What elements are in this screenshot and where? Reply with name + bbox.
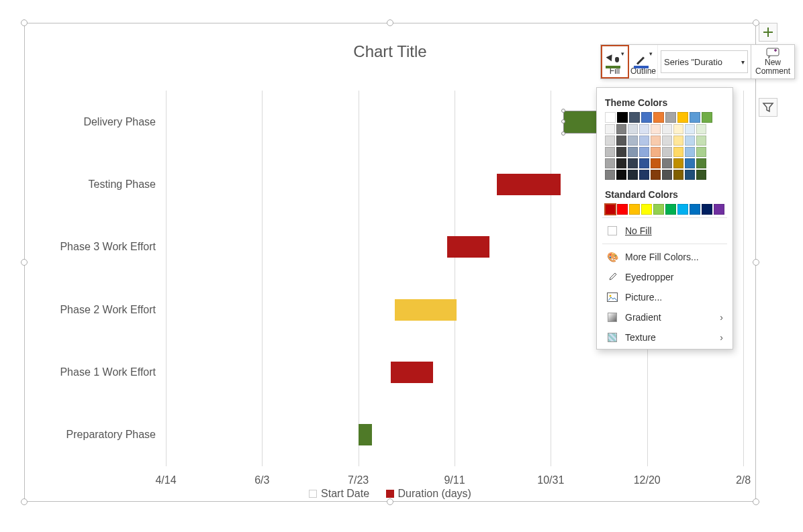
color-swatch[interactable]: [665, 112, 676, 123]
color-swatch[interactable]: [685, 147, 695, 157]
color-swatch[interactable]: [673, 136, 683, 146]
color-swatch[interactable]: [639, 136, 649, 146]
color-swatch[interactable]: [605, 170, 615, 180]
legend-swatch: [309, 490, 317, 498]
data-bar[interactable]: [447, 236, 489, 258]
color-swatch[interactable]: [651, 136, 661, 146]
selection-handle[interactable]: [561, 131, 565, 136]
color-swatch[interactable]: [696, 124, 706, 134]
color-swatch[interactable]: [673, 124, 683, 134]
color-swatch[interactable]: [616, 147, 626, 157]
color-swatch[interactable]: [616, 124, 626, 134]
color-swatch[interactable]: [651, 124, 661, 134]
color-swatch[interactable]: [628, 124, 638, 134]
color-swatch[interactable]: [639, 158, 649, 168]
gradient-item[interactable]: Gradient ›: [602, 307, 727, 327]
color-swatch[interactable]: [628, 147, 638, 157]
color-swatch[interactable]: [628, 158, 638, 168]
color-swatch[interactable]: [605, 136, 615, 146]
color-swatch[interactable]: [639, 124, 649, 134]
color-swatch[interactable]: [651, 147, 661, 157]
color-swatch[interactable]: [702, 112, 712, 123]
picture-item[interactable]: Picture...: [602, 287, 727, 307]
color-swatch[interactable]: [685, 158, 695, 168]
data-bar[interactable]: [497, 174, 561, 195]
new-comment-button[interactable]: New Comment: [751, 45, 794, 78]
color-swatch[interactable]: [685, 124, 695, 134]
color-swatch[interactable]: [605, 204, 616, 215]
color-swatch[interactable]: [616, 158, 626, 168]
more-fill-colors-label: More Fill Colors...: [625, 252, 699, 262]
color-swatch[interactable]: [641, 204, 652, 215]
fill-button[interactable]: ▾ Fill: [601, 45, 629, 78]
color-swatch[interactable]: [677, 204, 688, 215]
no-fill-icon: [606, 225, 618, 237]
chevron-right-icon: ›: [720, 312, 723, 323]
color-swatch[interactable]: [662, 147, 672, 157]
data-bar[interactable]: [391, 362, 433, 383]
chart-filters-button[interactable]: [759, 98, 777, 117]
y-tick-label: Delivery Phase: [21, 116, 156, 128]
color-swatch[interactable]: [653, 112, 664, 123]
texture-item[interactable]: Texture ›: [602, 327, 727, 348]
color-swatch[interactable]: [662, 158, 672, 168]
color-swatch[interactable]: [685, 136, 695, 146]
color-swatch[interactable]: [616, 136, 626, 146]
color-swatch[interactable]: [673, 170, 683, 180]
color-swatch[interactable]: [673, 147, 683, 157]
color-swatch[interactable]: [605, 112, 616, 123]
standard-colors-row: [605, 204, 724, 215]
resize-handle[interactable]: [21, 19, 28, 26]
selection-handle[interactable]: [561, 109, 565, 113]
color-swatch[interactable]: [665, 204, 676, 215]
resize-handle[interactable]: [753, 259, 759, 266]
color-swatch[interactable]: [662, 170, 672, 180]
color-swatch[interactable]: [617, 204, 628, 215]
color-swatch[interactable]: [690, 112, 700, 123]
theme-shade-row: [605, 124, 724, 134]
no-fill-item[interactable]: No Fill: [602, 221, 727, 241]
color-swatch[interactable]: [696, 158, 706, 168]
color-swatch[interactable]: [605, 124, 615, 134]
more-fill-colors-item[interactable]: 🎨 More Fill Colors...: [602, 247, 727, 267]
color-swatch[interactable]: [628, 170, 638, 180]
color-swatch[interactable]: [629, 112, 640, 123]
color-swatch[interactable]: [685, 170, 695, 180]
resize-handle[interactable]: [387, 19, 393, 26]
color-swatch[interactable]: [616, 170, 626, 180]
color-swatch[interactable]: [662, 124, 672, 134]
color-swatch[interactable]: [639, 147, 649, 157]
legend-item[interactable]: Start Date: [309, 488, 369, 500]
gridline: [359, 91, 359, 466]
color-swatch[interactable]: [628, 136, 638, 146]
data-bar[interactable]: [359, 424, 372, 445]
legend-item[interactable]: Duration (days): [386, 488, 471, 500]
color-swatch[interactable]: [641, 112, 652, 123]
color-swatch[interactable]: [714, 204, 724, 215]
color-swatch[interactable]: [653, 204, 664, 215]
color-swatch[interactable]: [629, 204, 640, 215]
color-swatch[interactable]: [673, 158, 683, 168]
color-swatch[interactable]: [702, 204, 712, 215]
selection-handle[interactable]: [561, 119, 565, 123]
color-swatch[interactable]: [696, 170, 706, 180]
series-selector[interactable]: Series "Duratio ▾: [661, 50, 748, 73]
color-swatch[interactable]: [651, 158, 661, 168]
color-swatch[interactable]: [605, 158, 615, 168]
color-swatch[interactable]: [651, 170, 661, 180]
color-swatch[interactable]: [677, 112, 688, 123]
color-swatch[interactable]: [690, 204, 700, 215]
eyedropper-item[interactable]: Eyedropper: [602, 267, 727, 287]
legend-swatch: [386, 490, 394, 498]
color-swatch[interactable]: [662, 136, 672, 146]
outline-button[interactable]: ▾ Outline: [629, 45, 658, 78]
color-swatch[interactable]: [605, 147, 615, 157]
color-swatch[interactable]: [639, 170, 649, 180]
color-swatch[interactable]: [696, 147, 706, 157]
resize-handle[interactable]: [753, 19, 759, 26]
legend[interactable]: Start Date Duration (days): [25, 488, 755, 504]
color-swatch[interactable]: [617, 112, 628, 123]
color-swatch[interactable]: [696, 136, 706, 146]
data-bar[interactable]: [395, 299, 457, 321]
chart-elements-button[interactable]: [759, 23, 777, 42]
